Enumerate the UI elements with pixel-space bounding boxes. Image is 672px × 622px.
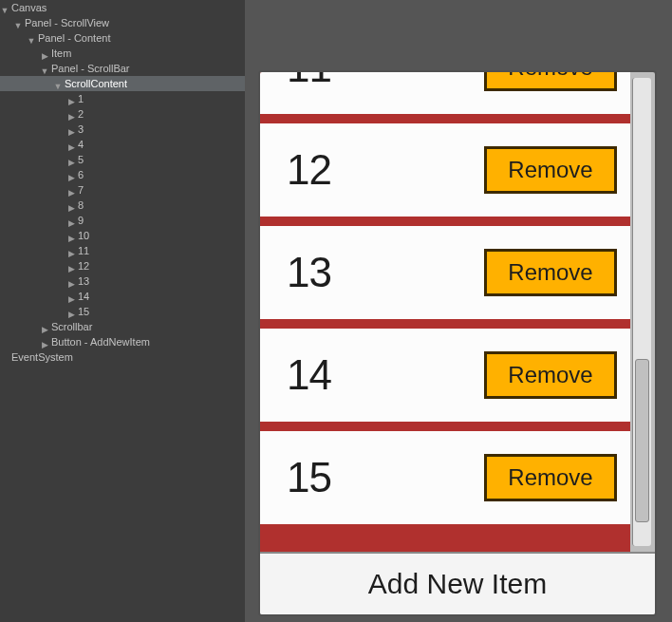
hierarchy-row[interactable]: Panel - Content — [0, 30, 245, 46]
ui-panel: 11Remove12Remove13Remove14Remove15Remove… — [258, 70, 657, 616]
foldout-closed-icon[interactable] — [66, 124, 76, 134]
foldout-closed-icon[interactable] — [66, 276, 76, 286]
foldout-closed-icon[interactable] — [66, 200, 76, 210]
hierarchy-label: 11 — [78, 243, 89, 258]
item-number-label: 13 — [287, 249, 331, 296]
foldout-closed-icon[interactable] — [66, 155, 76, 164]
hierarchy-row[interactable]: EventSystem — [0, 349, 245, 365]
hierarchy-row[interactable]: 15 — [0, 304, 245, 319]
foldout-closed-icon[interactable] — [66, 246, 76, 255]
scene-view: 11Remove12Remove13Remove14Remove15Remove… — [245, 0, 672, 622]
foldout-closed-icon[interactable] — [66, 185, 76, 195]
add-new-item-button[interactable]: Add New Item — [260, 552, 655, 614]
foldout-closed-icon[interactable] — [40, 322, 49, 331]
hierarchy-panel: CanvasPanel - ScrollViewPanel - ContentI… — [0, 0, 245, 622]
hierarchy-label: Canvas — [11, 0, 47, 15]
foldout-closed-icon[interactable] — [66, 170, 76, 179]
hierarchy-label: Item — [51, 46, 71, 61]
foldout-closed-icon[interactable] — [66, 307, 76, 316]
foldout-none-icon — [0, 352, 9, 362]
hierarchy-row[interactable]: ScrollContent — [0, 76, 245, 91]
hierarchy-label: Panel - ScrollView — [25, 15, 109, 30]
hierarchy-label: ScrollContent — [65, 76, 127, 91]
foldout-closed-icon[interactable] — [66, 109, 76, 119]
hierarchy-row[interactable]: 5 — [0, 152, 245, 167]
remove-button[interactable]: Remove — [484, 454, 617, 501]
hierarchy-label: 13 — [78, 273, 89, 289]
hierarchy-row[interactable]: Item — [0, 46, 245, 61]
item-number-label: 12 — [287, 146, 331, 194]
remove-button[interactable]: Remove — [484, 351, 617, 399]
hierarchy-row[interactable]: 6 — [0, 167, 245, 182]
foldout-open-icon[interactable] — [13, 18, 23, 28]
hierarchy-label: Panel - Content — [38, 30, 110, 46]
remove-button[interactable]: Remove — [484, 146, 617, 194]
item-number-label: 11 — [287, 72, 331, 91]
hierarchy-label: Button - AddNewItem — [51, 334, 150, 349]
hierarchy-row[interactable]: 9 — [0, 213, 245, 228]
list-item: 14Remove — [260, 329, 630, 422]
foldout-closed-icon[interactable] — [66, 216, 76, 225]
hierarchy-label: Panel - ScrollBar — [51, 61, 130, 76]
hierarchy-label: 10 — [78, 228, 89, 243]
hierarchy-label: 7 — [78, 182, 84, 198]
hierarchy-row[interactable]: 3 — [0, 122, 245, 137]
hierarchy-row[interactable]: 8 — [0, 198, 245, 213]
hierarchy-label: 5 — [78, 152, 84, 167]
hierarchy-label: 1 — [78, 91, 84, 106]
hierarchy-label: EventSystem — [11, 349, 73, 365]
hierarchy-row[interactable]: 7 — [0, 182, 245, 198]
hierarchy-row[interactable]: 14 — [0, 289, 245, 304]
foldout-closed-icon[interactable] — [40, 337, 49, 347]
list-item: 15Remove — [260, 431, 630, 524]
list-item: 12Remove — [260, 123, 630, 217]
hierarchy-row[interactable]: Scrollbar — [0, 319, 245, 334]
hierarchy-label: 9 — [78, 213, 84, 228]
list-item: 11Remove — [260, 72, 630, 114]
hierarchy-label: 3 — [78, 122, 84, 137]
foldout-open-icon[interactable] — [40, 64, 49, 73]
remove-button[interactable]: Remove — [484, 72, 617, 91]
scroll-content[interactable]: 11Remove12Remove13Remove14Remove15Remove — [260, 72, 630, 552]
item-number-label: 15 — [287, 454, 331, 501]
scrollbar-vertical[interactable] — [632, 78, 651, 546]
foldout-closed-icon[interactable] — [66, 292, 76, 301]
list-item: 13Remove — [260, 226, 630, 319]
hierarchy-row[interactable]: Button - AddNewItem — [0, 334, 245, 349]
hierarchy-label: 12 — [78, 258, 89, 273]
foldout-open-icon[interactable] — [53, 79, 63, 88]
hierarchy-row[interactable]: 11 — [0, 243, 245, 258]
hierarchy-row[interactable]: Panel - ScrollView — [0, 15, 245, 30]
hierarchy-row[interactable]: Canvas — [0, 0, 245, 15]
scroll-view: 11Remove12Remove13Remove14Remove15Remove — [260, 72, 655, 552]
foldout-closed-icon[interactable] — [66, 94, 76, 104]
hierarchy-row[interactable]: 10 — [0, 228, 245, 243]
remove-button[interactable]: Remove — [484, 249, 617, 296]
hierarchy-label: 4 — [78, 137, 84, 152]
hierarchy-row[interactable]: 1 — [0, 91, 245, 106]
hierarchy-row[interactable]: Panel - ScrollBar — [0, 61, 245, 76]
hierarchy-label: 8 — [78, 198, 84, 213]
foldout-open-icon[interactable] — [0, 3, 9, 12]
hierarchy-row[interactable]: 2 — [0, 106, 245, 122]
foldout-closed-icon[interactable] — [66, 231, 76, 240]
item-number-label: 14 — [287, 351, 331, 399]
hierarchy-row[interactable]: 4 — [0, 137, 245, 152]
hierarchy-row[interactable]: 13 — [0, 273, 245, 289]
hierarchy-label: 2 — [78, 106, 84, 122]
foldout-closed-icon[interactable] — [66, 261, 76, 271]
scrollbar-handle[interactable] — [635, 359, 649, 523]
hierarchy-label: 6 — [78, 167, 84, 182]
foldout-open-icon[interactable] — [27, 33, 36, 43]
foldout-closed-icon[interactable] — [66, 140, 76, 149]
foldout-closed-icon[interactable] — [40, 48, 49, 58]
hierarchy-label: 14 — [78, 289, 89, 304]
hierarchy-label: Scrollbar — [51, 319, 92, 334]
hierarchy-label: 15 — [78, 304, 89, 319]
hierarchy-row[interactable]: 12 — [0, 258, 245, 273]
